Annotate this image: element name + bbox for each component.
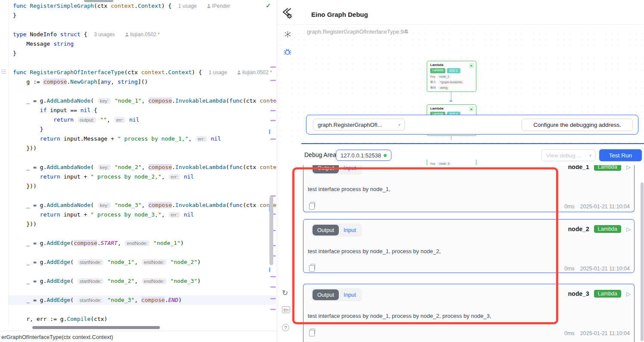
editor-horizontal-scrollbar[interactable] <box>32 326 160 329</box>
node-field-value: *graph.NodeInfo <box>438 80 464 84</box>
output-tab[interactable]: Output <box>313 289 339 300</box>
debug-list-scrollbar[interactable] <box>641 182 644 341</box>
code-line[interactable] <box>0 20 276 30</box>
node-title: Lambda <box>430 63 473 67</box>
code-line[interactable] <box>0 191 276 201</box>
code-line[interactable]: _ = g.AddEdge( startNode: "node_2", endN… <box>0 276 276 286</box>
app-window: func RegisterSimpleGraph(ctx context.Con… <box>0 0 644 342</box>
language-icon[interactable]: En <box>282 306 290 313</box>
code-line[interactable] <box>0 286 276 295</box>
code-line[interactable]: })) <box>0 144 276 153</box>
code-editor[interactable]: func RegisterSimpleGraph(ctx context.Con… <box>0 0 277 342</box>
code-line[interactable] <box>0 267 276 276</box>
code-line[interactable] <box>0 58 276 68</box>
input-tab[interactable]: Input <box>339 165 361 173</box>
refresh-icon[interactable]: ↻ <box>282 289 288 298</box>
card-text: test interface process by node_1, proces… <box>308 313 491 319</box>
code-line[interactable]: Message string <box>0 39 276 49</box>
code-line[interactable]: _ = g.AddLambdaNode( key: "node_2", comp… <box>0 163 276 172</box>
node-title: Lambda <box>430 107 473 110</box>
code-line[interactable]: return output: "", err: nil <box>0 115 276 125</box>
code-line[interactable]: r, err := g.Compile(ctx) <box>0 314 276 324</box>
code-line[interactable]: return input + " process by node_2,", er… <box>0 172 276 182</box>
code-line[interactable] <box>0 229 276 238</box>
card-meta: 0ms2025-01-21 11:10:04 <box>564 330 630 336</box>
copy-icon[interactable] <box>309 330 314 336</box>
analysis-mark <box>270 309 276 310</box>
code-line[interactable]: _ = g.AddLambdaNode( key: "node_3", comp… <box>0 201 276 210</box>
duration: 0ms <box>564 266 575 272</box>
node-name: node_1 <box>568 165 589 170</box>
output-tab[interactable]: Output <box>313 225 339 235</box>
analysis-mark <box>270 100 276 101</box>
code-line[interactable]: func RegisterSimpleGraph(ctx context.Con… <box>0 1 276 11</box>
node-field-label: 输入 <box>430 80 436 84</box>
copy-icon[interactable] <box>309 203 314 209</box>
card-node-info: node_1Lambda <box>568 165 621 171</box>
code-line[interactable]: } <box>0 11 276 20</box>
code-line-current[interactable]: _ = g.AddEdge( startNode: "node_3", comp… <box>0 295 276 305</box>
eino-debug-panel: Eino Graph Debug graph.RegisterGraphOfIn… <box>277 0 644 342</box>
vcs-mark <box>269 129 270 134</box>
node-field-value: string <box>438 86 449 90</box>
help-icon[interactable]: ? <box>282 324 289 331</box>
expand-icon[interactable]: ▷ <box>626 165 631 170</box>
edge-arrowhead-icon <box>449 100 453 104</box>
editor-vertical-scrollbar[interactable] <box>269 196 273 265</box>
chevron-down-icon: ∨ <box>398 123 401 127</box>
input-tab[interactable]: Input <box>339 289 361 300</box>
node-run-icon[interactable]: ▶ <box>469 107 474 112</box>
code-line[interactable] <box>0 305 276 314</box>
card-node-info: node_3Lambda <box>568 290 621 298</box>
output-input-tabs: OutputInput <box>311 223 362 237</box>
status-dot-icon <box>384 154 387 157</box>
node-name: node_2 <box>568 226 589 232</box>
node-run-icon[interactable]: ▶ <box>469 63 474 68</box>
code-line[interactable]: func RegisterGraphOfInterfaceType(ctx co… <box>0 68 276 77</box>
code-line[interactable]: return input.Message + " process by node… <box>0 134 276 144</box>
code-line[interactable]: _ = g.AddEdge( startNode: "node_1", endN… <box>0 257 276 267</box>
view-debug-dropdown[interactable]: View debug ... ∨ <box>541 149 596 161</box>
eino-logo-icon <box>281 6 294 22</box>
code-line[interactable]: type NodeInfo struct { 3 usages liujian.… <box>0 30 276 39</box>
graph-selector-dropdown[interactable]: graph.RegisterGraphOfI... ∨ <box>313 119 405 131</box>
code-line[interactable]: _ = g.AddLambdaNode( key: "node_1", comp… <box>0 96 276 106</box>
copy-icon[interactable] <box>309 265 314 271</box>
code-line[interactable]: })) <box>0 182 276 191</box>
code-line[interactable]: if input == nil { <box>0 106 276 115</box>
graph-node-card[interactable]: Lambda▶Lambda自定义Keynode_1输入*graph.NodeIn… <box>427 61 476 92</box>
output-input-tabs: OutputInput <box>311 165 362 175</box>
output-tab[interactable]: Output <box>313 165 339 173</box>
code-line[interactable]: })) <box>0 220 276 229</box>
code-line[interactable] <box>0 153 276 163</box>
node-name: node_3 <box>568 290 589 297</box>
expand-icon[interactable]: ▷ <box>626 291 631 297</box>
input-tab[interactable]: Input <box>339 225 361 235</box>
analysis-mark <box>270 276 276 277</box>
code-line[interactable]: _ = g.AddEdge(compose.START, endNode: "n… <box>0 238 276 248</box>
code-lines[interactable]: func RegisterSimpleGraph(ctx context.Con… <box>0 1 276 326</box>
test-run-button[interactable]: Test Run <box>599 149 642 161</box>
node-field-label: Key <box>430 75 435 78</box>
node-field-value: node_1 <box>438 75 451 78</box>
code-line[interactable]: } <box>0 125 276 134</box>
debug-output-card[interactable]: OutputInputnode_1Lambda▷test interface p… <box>303 165 635 212</box>
lambda-badge: Lambda <box>594 165 621 171</box>
debug-config-bar: graph.RegisterGraphOfI... ∨ Configure th… <box>306 115 638 135</box>
inspection-ok-icon: ✓ <box>266 2 271 9</box>
expand-icon[interactable]: ▷ <box>626 226 631 232</box>
configure-address-button[interactable]: Configure the debugging address. <box>522 119 633 131</box>
debug-output-card[interactable]: OutputInputnode_2Lambda▷test interface p… <box>303 219 635 273</box>
debug-address-badge[interactable]: 127.0.0.1:52538 <box>336 150 391 161</box>
analysis-mark <box>270 66 276 68</box>
breadcrumb[interactable]: erGraphOfInterfaceType(ctx context.Conte… <box>1 334 113 340</box>
debug-output-card[interactable]: OutputInputnode_3Lambda▷test interface p… <box>303 284 635 342</box>
code-line[interactable]: g := compose.NewGraph[any, string]() <box>0 77 276 87</box>
code-line[interactable]: return input + " process by node_3,", er… <box>0 210 276 220</box>
code-line[interactable]: } <box>0 49 276 58</box>
code-line[interactable] <box>0 87 276 96</box>
chevron-down-icon: ∨ <box>589 154 592 157</box>
debug-area-divider <box>301 143 644 144</box>
code-line[interactable] <box>0 248 276 257</box>
node-type-badge: 自定义 <box>447 68 460 73</box>
